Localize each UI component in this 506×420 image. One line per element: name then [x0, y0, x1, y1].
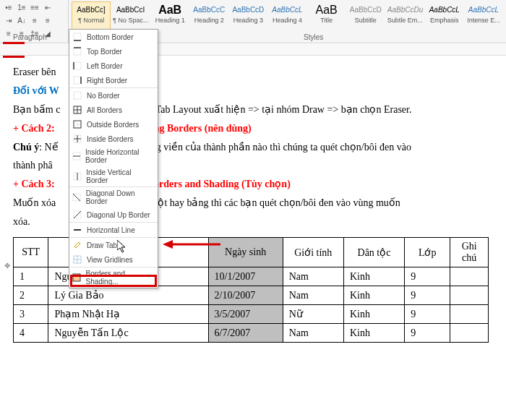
style-intense[interactable]: AaBbCcL Intense E... — [464, 1, 503, 41]
table-row[interactable]: 3Phạm Nhật Hạ3/5/2007NữKinh9 — [14, 305, 489, 324]
text: + Cách 2: — [13, 123, 55, 134]
table-cell[interactable]: Kinh — [343, 286, 404, 305]
table-cell[interactable]: 3 — [14, 305, 48, 324]
table-cell[interactable]: 9 — [405, 305, 450, 324]
red-arrow — [163, 239, 220, 250]
table-cell[interactable]: 2 — [14, 286, 48, 305]
text: ảng Borders (nên dùng) — [147, 123, 252, 134]
dd-view-gridlines[interactable]: View Gridlines — [69, 252, 158, 267]
border-inside-v-icon — [72, 171, 82, 181]
border-diag-down-icon — [72, 192, 82, 202]
table-cell[interactable]: Nữ — [283, 305, 343, 324]
text: ng viền của thành phần nào thì chúng ta … — [151, 142, 411, 153]
table-cell[interactable] — [450, 324, 489, 343]
style-heading3[interactable]: AaBbCcD Heading 3 — [228, 1, 267, 41]
dd-all-borders[interactable]: All Borders — [69, 103, 158, 117]
style-heading2[interactable]: AaBbCcC Heading 2 — [189, 1, 228, 41]
table-cell[interactable]: 9 — [405, 324, 450, 343]
bullets-icon[interactable]: •≡ — [3, 1, 14, 13]
text: thành phâ — [13, 160, 53, 171]
table-cell[interactable]: Kinh — [343, 267, 404, 286]
dd-inside-borders[interactable]: Inside Borders — [69, 132, 158, 146]
border-inside-icon — [72, 134, 82, 144]
border-outside-icon — [72, 119, 82, 129]
style-heading4[interactable]: AaBbCcL Heading 4 — [267, 1, 306, 41]
th-eth[interactable]: Dân tộc — [343, 238, 404, 267]
table-cell[interactable]: Nam — [283, 324, 343, 343]
sort-icon[interactable]: A↓ — [16, 14, 27, 26]
th-note[interactable]: Ghi chú — [450, 238, 489, 267]
dd-draw-table[interactable]: Draw Table — [69, 237, 158, 252]
table-cell[interactable]: 1 — [14, 267, 48, 286]
svg-rect-9 — [74, 77, 81, 84]
table-cell[interactable]: 6/7/2007 — [208, 324, 283, 343]
decrease-indent-icon[interactable]: ⇤ — [42, 1, 53, 13]
table-row[interactable]: 4Nguyễn Tấn Lộc6/7/2007NamKinh9 — [14, 324, 489, 343]
align-left-icon[interactable]: ≡ — [29, 14, 40, 26]
multilevel-icon[interactable]: ≡≡ — [29, 1, 40, 13]
dd-top-border[interactable]: Top Border — [69, 44, 158, 59]
align-center-icon[interactable]: ≡ — [42, 14, 53, 26]
text: , cột hay bảng thì các bạn quét chọn/bôi… — [148, 197, 400, 208]
table-cell[interactable]: 9 — [405, 286, 450, 305]
table-cell[interactable]: Phạm Nhật Hạ — [48, 305, 208, 324]
table-cell[interactable]: 10/1/2007 — [208, 267, 283, 286]
th-class[interactable]: Lớp — [405, 238, 450, 267]
dd-left-border[interactable]: Left Border — [69, 59, 158, 73]
text: Đối với W — [13, 85, 59, 96]
svg-rect-5 — [74, 48, 81, 55]
table-cell[interactable]: Lý Gia Bảo — [48, 286, 208, 305]
table-cell[interactable]: Nguyễn Tấn Lộc — [48, 324, 208, 343]
table-cell[interactable]: Nam — [283, 267, 343, 286]
table-cell[interactable] — [450, 305, 489, 324]
svg-rect-7 — [74, 62, 81, 69]
dd-bottom-border[interactable]: Bottom Border — [69, 30, 158, 44]
table-cell[interactable]: Kinh — [343, 305, 404, 324]
table-cell[interactable]: Kinh — [343, 324, 404, 343]
table-cell[interactable]: Nam — [283, 286, 343, 305]
paragraph-label: Paragraph — [13, 33, 47, 41]
dd-inside-h-border[interactable]: Inside Horizontal Border — [69, 146, 158, 166]
borders-shading-icon — [72, 273, 82, 283]
dd-outside-borders[interactable]: Outside Borders — [69, 117, 158, 132]
border-left-icon — [72, 61, 82, 71]
table-cell[interactable] — [450, 267, 489, 286]
gridlines-icon — [72, 254, 82, 265]
styles-label: Styles — [304, 33, 323, 41]
th-stt[interactable]: STT — [14, 238, 48, 267]
border-diag-up-icon — [72, 210, 82, 220]
svg-rect-33 — [73, 274, 80, 281]
border-top-icon — [72, 46, 82, 56]
text: Muốn xóa — [13, 197, 56, 208]
cursor-icon — [117, 240, 129, 254]
style-emphasis[interactable]: AaBbCcL Emphasis — [425, 1, 464, 41]
table-cell[interactable]: 2/10/2007 — [208, 286, 283, 305]
table-row[interactable]: 2Lý Gia Bảo2/10/2007NamKinh9 — [14, 286, 489, 305]
table-cell[interactable]: 9 — [405, 267, 450, 286]
table-cell[interactable]: 4 — [14, 324, 48, 343]
table-cell[interactable] — [450, 286, 489, 305]
svg-line-28 — [74, 211, 81, 218]
border-all-icon — [72, 105, 82, 115]
numbering-icon[interactable]: 1≡ — [16, 1, 27, 13]
text: Tab Layout xuất hiện => tại nhóm Draw =>… — [153, 104, 411, 115]
text: + Cách 3: — [13, 179, 55, 189]
text: Borders and Shading (Tùy chọn) — [147, 179, 291, 189]
dd-right-border[interactable]: Right Border — [69, 73, 158, 87]
draw-table-icon — [72, 240, 82, 250]
table-cell[interactable]: 3/5/2007 — [208, 305, 283, 324]
dd-horizontal-line[interactable]: Horizontal Line — [69, 222, 158, 237]
dd-borders-shading[interactable]: Borders and Shading... — [69, 267, 158, 288]
text: xóa. — [13, 216, 30, 227]
text: Eraser bên — [13, 67, 56, 77]
dd-diag-up[interactable]: Diagonal Up Border — [69, 207, 158, 222]
dd-inside-v-border[interactable]: Inside Vertical Border — [69, 166, 158, 187]
increase-indent-icon[interactable]: ⇥ — [3, 14, 14, 26]
dd-no-border[interactable]: No Border — [69, 87, 158, 103]
dd-diag-down[interactable]: Diagonal Down Border — [69, 187, 158, 207]
style-subtitle[interactable]: AaBbCcD Subtitle — [346, 1, 385, 41]
table-anchor-icon[interactable]: ✥ — [4, 262, 10, 270]
th-gender[interactable]: Giới tính — [283, 238, 343, 267]
horizontal-line-icon — [72, 225, 82, 235]
style-subtleem[interactable]: AaBbCcDu Subtle Em... — [385, 1, 425, 41]
